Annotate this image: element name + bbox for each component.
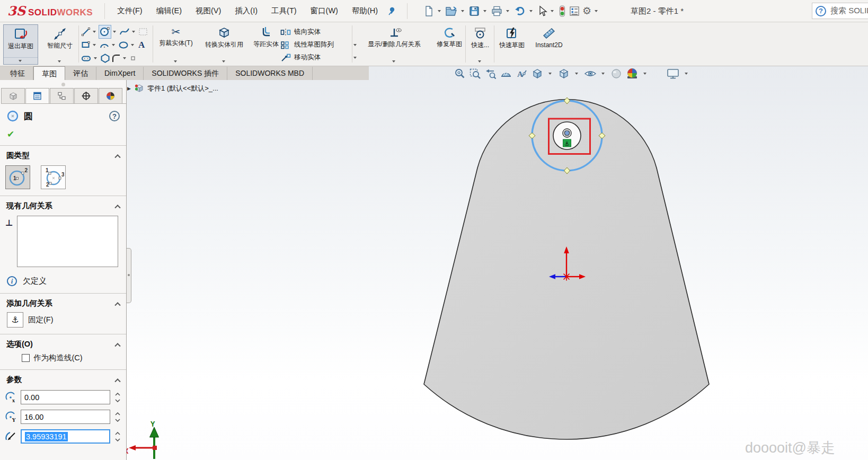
dropdown-arrow[interactable] (551, 10, 554, 12)
circle-tool-dropdown[interactable] (113, 31, 116, 33)
zoom-fit-icon[interactable] (454, 68, 466, 79)
section-options[interactable]: 选项(O) (0, 334, 126, 352)
apply-scene-dropdown[interactable] (643, 73, 646, 75)
menu-window[interactable]: 窗口(W) (305, 3, 344, 19)
trim-entities-button[interactable]: ✂ 剪裁实体(T) (156, 24, 196, 65)
collapse-chevron[interactable] (114, 343, 120, 349)
point-tool[interactable] (129, 54, 137, 63)
rapid-sketch-button[interactable]: 快速草图 (497, 24, 527, 66)
menu-file[interactable]: 文件(F) (111, 3, 148, 19)
center-x-spinner[interactable] (113, 393, 122, 402)
select-cursor-icon[interactable] (536, 4, 548, 18)
move-entities-button[interactable]: 移动实体 (280, 52, 352, 63)
smart-dimension-button[interactable]: 智能尺寸 (42, 24, 77, 65)
tab-solidworks-addins[interactable]: SOLIDWORKS 插件 (144, 67, 227, 80)
previous-view-icon[interactable] (484, 68, 497, 79)
text-tool[interactable]: A (137, 40, 146, 50)
menu-help[interactable]: 帮助(H) (346, 3, 384, 19)
collapse-chevron[interactable] (114, 205, 120, 210)
dropdown-arrow[interactable] (94, 57, 97, 59)
ellipse-tool[interactable] (118, 39, 129, 51)
dropdown-arrow[interactable] (529, 10, 533, 12)
slot-tool[interactable] (81, 53, 92, 64)
ok-button[interactable]: ✔ (7, 129, 14, 139)
annotation-views-icon[interactable]: A (515, 68, 528, 79)
section-circle-type[interactable]: 圆类型 (0, 146, 126, 163)
display-delete-relations-button[interactable]: 显示/删除几何关系 (355, 24, 433, 65)
center-circle-button[interactable]: 1 2 (5, 165, 30, 189)
collapse-chevron[interactable] (114, 154, 120, 160)
rectangle-tool[interactable] (81, 39, 91, 51)
exit-sketch-dropdown[interactable] (4, 57, 38, 64)
arc-tool[interactable] (99, 39, 110, 51)
sketch-picture-tool[interactable] (138, 26, 148, 38)
view-settings-dropdown[interactable] (685, 73, 688, 75)
perimeter-circle-button[interactable]: 1 2 3 (41, 165, 66, 189)
convert-dropdown[interactable] (197, 58, 251, 65)
quick-snaps-dropdown[interactable] (467, 58, 493, 65)
tab-display-manager[interactable] (99, 88, 122, 103)
trim-dropdown[interactable] (156, 58, 196, 65)
menu-tools[interactable]: 工具(T) (265, 3, 303, 19)
center-y-field[interactable]: 16.00 (21, 410, 110, 424)
panel-help-icon[interactable]: ? (109, 111, 120, 121)
view-orientation-icon[interactable] (530, 67, 544, 80)
menu-edit[interactable]: 编辑(E) (150, 3, 188, 19)
hide-show-dropdown[interactable] (601, 73, 605, 75)
tab-feature-tree[interactable] (1, 88, 25, 103)
section-parameters[interactable]: 参数 (0, 370, 126, 387)
dropdown-arrow[interactable] (132, 31, 135, 33)
relations-listbox[interactable] (17, 216, 118, 267)
pin-menu-icon[interactable] (387, 6, 395, 16)
settings-gear-icon[interactable]: ⚙ (582, 4, 592, 18)
search-input[interactable]: 搜索 SOLIDWORKS (830, 6, 868, 16)
dropdown-arrow[interactable] (595, 10, 598, 12)
dropdown-arrow[interactable] (93, 44, 96, 46)
repair-sketch-button[interactable]: 修复草图 (435, 24, 464, 66)
tab-sketch[interactable]: 草图 (33, 66, 65, 80)
panel-splitter-handle[interactable] (127, 248, 131, 303)
quick-snaps-button[interactable]: 快速... (467, 24, 493, 65)
undo-icon[interactable] (513, 4, 527, 18)
tab-features[interactable]: 特征 (2, 67, 33, 80)
circle-tool-selected[interactable] (99, 25, 111, 39)
polygon-tool[interactable] (100, 52, 111, 64)
collapse-chevron[interactable] (114, 302, 120, 308)
dropdown-arrow[interactable] (483, 10, 486, 12)
fix-relation-button[interactable]: ⚓ (7, 312, 23, 328)
radius-spinner[interactable] (113, 432, 122, 441)
convert-entities-button[interactable]: 转换实体引用 (197, 24, 251, 65)
dropdown-arrow[interactable] (131, 44, 134, 46)
menu-insert[interactable]: 插入(I) (229, 3, 263, 19)
save-icon[interactable] (468, 4, 481, 18)
exit-sketch-button[interactable]: 退出草图 (3, 24, 38, 65)
view-settings-icon[interactable] (666, 67, 680, 80)
section-add-relations[interactable]: 添加几何关系 (0, 294, 126, 311)
open-icon[interactable] (445, 4, 458, 18)
mirror-entities-button[interactable]: 镜向实体 (280, 26, 352, 38)
fix-relation-badge[interactable]: ⚓ (563, 139, 571, 147)
sketch-fillet-tool[interactable] (111, 52, 121, 64)
help-icon[interactable]: ? (816, 6, 826, 16)
tab-dimxpert[interactable]: DimXpert (96, 67, 144, 80)
zoom-area-icon[interactable] (469, 68, 482, 79)
tab-configuration-manager[interactable] (50, 88, 74, 103)
edit-appearance-icon[interactable] (610, 68, 623, 79)
feature-tree-node[interactable]: ▶ 零件1 (默认<<默认>_... (127, 84, 218, 93)
hide-show-items-icon[interactable] (583, 68, 597, 79)
panel-grip[interactable] (61, 83, 65, 86)
spline-tool[interactable] (119, 26, 130, 38)
linear-sketch-pattern-button[interactable]: 线性草图阵列 (280, 39, 352, 50)
rebuild-icon[interactable] (557, 4, 567, 19)
options-list-icon[interactable] (568, 4, 581, 18)
dropdown-arrow[interactable] (123, 57, 126, 59)
dropdown-arrow[interactable] (461, 10, 464, 12)
tree-expand-icon[interactable]: ▶ (127, 86, 131, 91)
offset-entities-button[interactable]: 等距实体 (252, 24, 280, 66)
section-existing-relations[interactable]: 现有几何关系 (0, 196, 126, 214)
display-style-icon[interactable] (557, 67, 571, 80)
relations-dropdown[interactable] (355, 58, 433, 65)
tab-evaluate[interactable]: 评估 (65, 67, 96, 80)
dropdown-arrow[interactable] (438, 10, 441, 12)
print-icon[interactable] (490, 4, 503, 18)
